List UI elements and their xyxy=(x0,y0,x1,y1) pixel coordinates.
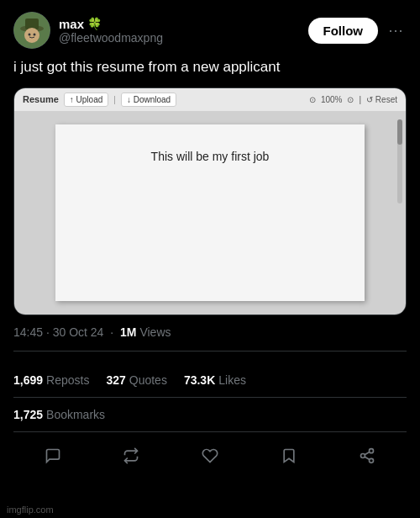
name-text: max xyxy=(59,17,84,31)
watermark: imgflip.com xyxy=(7,505,54,515)
resume-content: This will be my first job xyxy=(14,111,406,314)
bookmarks-label: Bookmarks xyxy=(46,408,105,421)
resume-zoom-icon2: ⊙ xyxy=(347,95,354,104)
resume-zoom-icon: ⊙ xyxy=(309,95,316,104)
resume-download-button[interactable]: ↓ Download xyxy=(121,92,176,107)
svg-point-7 xyxy=(361,453,365,457)
views-label: Views xyxy=(139,325,171,339)
resume-paper: This will be my first job xyxy=(55,124,365,301)
more-options-icon[interactable]: ⋯ xyxy=(385,18,407,43)
quotes-label: Quotes xyxy=(129,373,167,387)
resume-upload-button[interactable]: ↑ Upload xyxy=(64,92,108,107)
resume-title-label: Resume xyxy=(23,94,59,104)
svg-point-8 xyxy=(370,458,374,462)
resume-scroll-thumb[interactable] xyxy=(397,119,402,145)
svg-point-3 xyxy=(24,28,39,43)
display-name: max 🍀 xyxy=(59,17,163,31)
resume-toolbar-left: Resume ↑ Upload | ↓ Download xyxy=(23,92,176,107)
reposts-stat[interactable]: 1,699 Reposts xyxy=(13,373,89,387)
resume-reset-btn[interactable]: ↺ Reset xyxy=(366,95,397,104)
resume-toolbar-separator: | xyxy=(113,95,116,104)
resume-scrollbar[interactable] xyxy=(397,119,402,204)
retweet-button[interactable] xyxy=(118,442,144,469)
meta-separator: · xyxy=(110,325,113,339)
bookmarks-count: 1,725 xyxy=(13,408,43,421)
resume-toolbar-right: ⊙ 100% ⊙ | ↺ Reset xyxy=(309,95,397,104)
svg-line-10 xyxy=(365,452,370,454)
svg-point-4 xyxy=(29,34,31,36)
svg-point-5 xyxy=(34,34,36,36)
actions-row xyxy=(13,432,407,479)
reposts-label: Reposts xyxy=(46,373,89,387)
avatar[interactable] xyxy=(13,12,50,49)
user-info: max 🍀 @fleetwoodmaxpng xyxy=(59,17,163,45)
header-right: Follow ⋯ xyxy=(308,18,407,44)
like-button[interactable] xyxy=(197,442,223,469)
clover-emoji: 🍀 xyxy=(87,17,102,30)
username: @fleetwoodmaxpng xyxy=(59,31,163,45)
resume-zoom-level: 100% xyxy=(321,95,343,104)
share-button[interactable] xyxy=(354,442,381,469)
bookmarks-row: 1,725 Bookmarks xyxy=(13,398,407,432)
tweet-meta: 14:45 · 30 Oct 24 · 1M Views xyxy=(13,325,407,352)
quotes-stat[interactable]: 327 Quotes xyxy=(106,373,167,387)
views-count: 1M xyxy=(120,325,136,339)
svg-point-6 xyxy=(370,448,374,452)
likes-label: Likes xyxy=(218,373,246,387)
resume-toolbar: Resume ↑ Upload | ↓ Download ⊙ 100% ⊙ | … xyxy=(14,88,406,111)
quotes-count: 327 xyxy=(106,373,125,387)
tweet-header-left: max 🍀 @fleetwoodmaxpng xyxy=(13,12,163,49)
svg-line-9 xyxy=(365,457,370,459)
resume-separator2: | xyxy=(359,95,361,104)
reply-button[interactable] xyxy=(39,442,66,469)
follow-button[interactable]: Follow xyxy=(308,18,379,44)
tweet-text: i just got this resume from a new applic… xyxy=(13,57,407,77)
resume-image: Resume ↑ Upload | ↓ Download ⊙ 100% ⊙ | … xyxy=(13,87,407,315)
bookmarks-stat[interactable]: 1,725 Bookmarks xyxy=(13,408,105,421)
likes-count: 73.3K xyxy=(184,373,215,387)
resume-paper-text: This will be my first job xyxy=(151,150,270,163)
tweet-container: max 🍀 @fleetwoodmaxpng Follow ⋯ i just g… xyxy=(0,0,420,518)
tweet-header: max 🍀 @fleetwoodmaxpng Follow ⋯ xyxy=(13,12,407,49)
timestamp: 14:45 · 30 Oct 24 xyxy=(13,325,103,339)
reposts-count: 1,699 xyxy=(13,373,43,387)
likes-stat[interactable]: 73.3K Likes xyxy=(184,373,246,387)
stats-row: 1,699 Reposts 327 Quotes 73.3K Likes xyxy=(13,363,407,398)
bookmark-button[interactable] xyxy=(276,442,302,469)
